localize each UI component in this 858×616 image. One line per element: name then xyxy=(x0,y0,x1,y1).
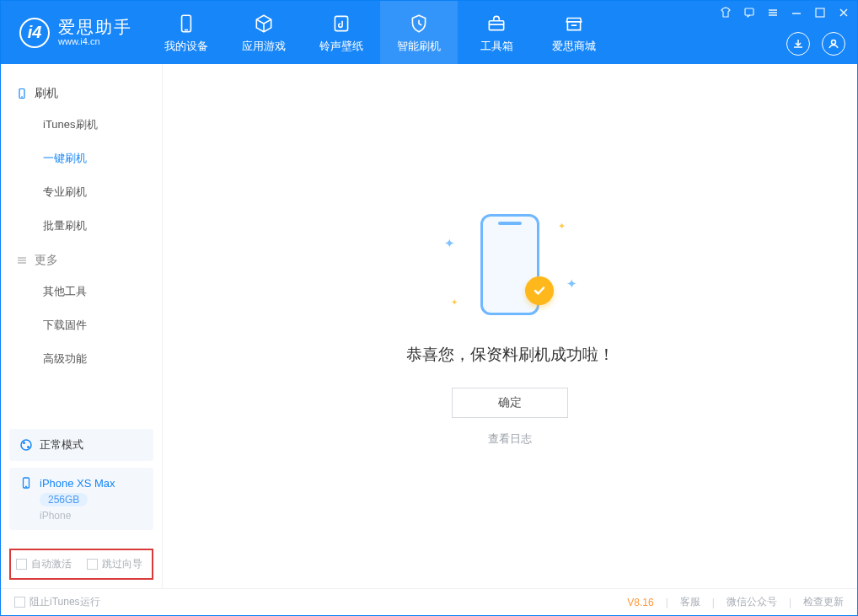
header-actions xyxy=(786,32,845,56)
device-icon xyxy=(19,476,33,490)
svg-point-12 xyxy=(832,40,836,45)
ok-button[interactable]: 确定 xyxy=(452,388,568,418)
success-message: 恭喜您，保资料刷机成功啦！ xyxy=(406,344,614,366)
window-controls xyxy=(719,6,850,19)
minimize-button[interactable] xyxy=(790,6,803,19)
phone-icon xyxy=(16,88,28,99)
nav-toolbox[interactable]: 工具箱 xyxy=(458,1,535,64)
user-button[interactable] xyxy=(822,32,845,56)
device-name: iPhone XS Max xyxy=(40,477,115,490)
device-type: iPhone xyxy=(19,510,71,522)
checkbox-skip-wizard[interactable]: 跳过向导 xyxy=(87,557,142,571)
download-button[interactable] xyxy=(786,32,810,56)
nav-flash[interactable]: 智能刷机 xyxy=(380,1,458,64)
nav-apps-games[interactable]: 应用游戏 xyxy=(225,1,303,64)
sidebar-item-pro-flash[interactable]: 专业刷机 xyxy=(1,175,162,209)
feedback-icon[interactable] xyxy=(743,6,756,19)
status-bar: 阻止iTunes运行 V8.16 | 客服 | 微信公众号 | 检查更新 xyxy=(1,588,857,615)
sidebar-item-itunes-flash[interactable]: iTunes刷机 xyxy=(1,108,162,142)
nav-my-device[interactable]: 我的设备 xyxy=(147,1,225,64)
nav-ringtones[interactable]: 铃声壁纸 xyxy=(303,1,380,64)
flash-options: 自动激活 跳过向导 xyxy=(9,549,153,580)
app-name: 爱思助手 xyxy=(58,18,132,36)
sidebar-item-download-firmware[interactable]: 下载固件 xyxy=(1,308,162,342)
checkbox-block-itunes[interactable]: 阻止iTunes运行 xyxy=(14,595,100,609)
mode-box[interactable]: 正常模式 xyxy=(9,429,153,461)
checkbox-auto-activate[interactable]: 自动激活 xyxy=(16,557,72,571)
toolbox-icon xyxy=(485,12,508,35)
sidebar-item-advanced[interactable]: 高级功能 xyxy=(1,342,162,376)
music-icon xyxy=(330,12,353,35)
support-link[interactable]: 客服 xyxy=(680,595,700,609)
maximize-button[interactable] xyxy=(813,6,827,19)
sidebar-item-batch-flash[interactable]: 批量刷机 xyxy=(1,209,162,243)
nav-store[interactable]: 爱思商城 xyxy=(535,1,613,64)
svg-point-18 xyxy=(21,440,31,450)
svg-point-19 xyxy=(23,442,25,444)
shield-icon xyxy=(407,12,431,35)
device-storage-badge: 256GB xyxy=(40,493,88,506)
wechat-link[interactable]: 微信公众号 xyxy=(727,595,777,609)
svg-rect-9 xyxy=(816,8,824,17)
sidebar-item-oneclick-flash[interactable]: 一键刷机 xyxy=(1,142,162,175)
device-icon xyxy=(174,12,198,35)
success-illustration: ✦✦✦✦ xyxy=(434,206,586,324)
mode-label: 正常模式 xyxy=(40,437,83,453)
check-badge-icon xyxy=(525,276,554,305)
store-icon xyxy=(562,12,586,35)
device-box[interactable]: iPhone XS Max 256GB iPhone xyxy=(9,468,153,530)
svg-rect-3 xyxy=(489,20,503,29)
update-link[interactable]: 检查更新 xyxy=(803,595,844,609)
close-button[interactable] xyxy=(837,6,850,19)
sidebar-item-other-tools[interactable]: 其他工具 xyxy=(1,275,162,308)
svg-rect-4 xyxy=(745,8,753,15)
logo-icon: i4 xyxy=(19,18,50,48)
app-url: www.i4.cn xyxy=(58,36,132,46)
view-log-link[interactable]: 查看日志 xyxy=(488,431,532,447)
main-content: ✦✦✦✦ 恭喜您，保资料刷机成功啦！ 确定 查看日志 xyxy=(163,64,857,588)
sidebar-group-more: 更多 xyxy=(1,243,162,275)
list-icon xyxy=(16,254,28,266)
sidebar: 刷机 iTunes刷机 一键刷机 专业刷机 批量刷机 更多 其他工具 下载固件 … xyxy=(1,64,163,588)
app-logo: i4 爱思助手 www.i4.cn xyxy=(1,18,147,48)
svg-rect-2 xyxy=(335,16,347,30)
menu-icon[interactable] xyxy=(766,6,780,19)
svg-point-20 xyxy=(27,446,29,448)
version-label: V8.16 xyxy=(627,597,653,608)
skin-icon[interactable] xyxy=(719,6,732,19)
title-bar: i4 爱思助手 www.i4.cn 我的设备 应用游戏 铃声壁纸 智能刷机 工具… xyxy=(1,1,857,64)
cube-icon xyxy=(252,12,276,35)
mode-icon xyxy=(19,438,33,452)
sidebar-group-flash: 刷机 xyxy=(1,76,162,108)
nav-tabs: 我的设备 应用游戏 铃声壁纸 智能刷机 工具箱 爱思商城 xyxy=(147,1,613,64)
